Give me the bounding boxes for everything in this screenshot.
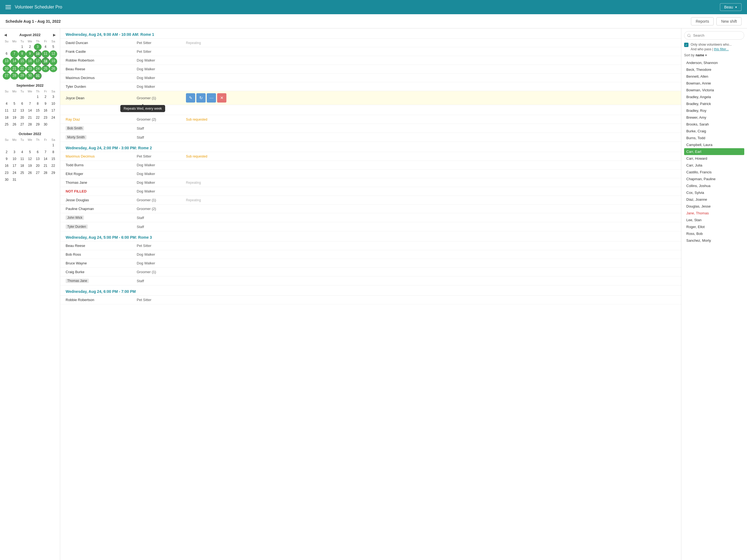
calendar-day[interactable]: 27 [18, 121, 26, 128]
volunteer-list-item[interactable]: Jane, Thomas [684, 210, 744, 217]
filter-checkbox[interactable]: ✓ [684, 43, 689, 47]
volunteer-list-item[interactable]: Bradley, Patrick [684, 100, 744, 107]
volunteer-list-item[interactable]: Diaz, Joanne [684, 196, 744, 203]
calendar-day[interactable]: 11 [18, 156, 26, 162]
table-row[interactable]: Jesse DouglasGroomer (1)Repeating [60, 196, 681, 205]
calendar-day[interactable]: 7 [42, 149, 49, 156]
table-row[interactable]: Thomas JaneStaff [60, 276, 681, 285]
table-row[interactable]: David DuncanPet SitterRepeating [60, 39, 681, 47]
volunteer-list-item[interactable]: Castillo, Francis [684, 169, 744, 176]
table-row[interactable]: Tyler DurdenStaff [60, 222, 681, 231]
volunteer-list-item[interactable]: Carr, Earl [684, 148, 744, 155]
table-row[interactable]: Craig BurkeGroomer (1) [60, 268, 681, 276]
calendar-day[interactable]: 25 [18, 170, 26, 176]
table-row[interactable]: Robbie RobertsonPet Sitter [60, 296, 681, 304]
calendar-day[interactable]: 29 [34, 121, 42, 128]
calendar-day[interactable]: 11 [42, 50, 49, 58]
calendar-day[interactable]: 14 [26, 107, 34, 114]
calendar-day[interactable]: 9 [26, 50, 34, 58]
calendar-day[interactable]: 24 [34, 65, 42, 72]
table-row[interactable]: Bruce WayneDog Walker [60, 259, 681, 268]
calendar-day[interactable]: 23 [3, 170, 10, 176]
calendar-day[interactable]: 2 [26, 44, 34, 50]
volunteer-list-item[interactable]: Brooks, Sarah [684, 121, 744, 128]
calendar-day[interactable]: 4 [18, 149, 26, 156]
volunteer-list-item[interactable]: Carr, Julia [684, 162, 744, 169]
calendar-day[interactable]: 8 [50, 149, 57, 156]
calendar-day[interactable]: 7 [26, 100, 34, 107]
table-row[interactable]: Tyler DurdenDog Walker [60, 82, 681, 91]
calendar-day[interactable]: 20 [34, 162, 42, 169]
volunteer-list-item[interactable]: Bradley, Angela [684, 94, 744, 100]
calendar-day[interactable]: 16 [3, 162, 10, 169]
table-row[interactable]: Ellot RogerDog Walker [60, 170, 681, 178]
calendar-day[interactable]: 25 [42, 65, 49, 72]
calendar-day[interactable]: 24 [10, 170, 18, 176]
volunteer-list-item[interactable]: Brewer, Amy [684, 114, 744, 121]
volunteer-list-item[interactable]: Carr, Howard [684, 155, 744, 162]
calendar-day[interactable]: 31 [10, 176, 18, 183]
calendar-day[interactable]: 21 [10, 65, 18, 72]
user-menu-button[interactable]: Beau ▼ [720, 3, 742, 11]
calendar-day[interactable]: 17 [50, 107, 57, 114]
search-input[interactable] [684, 31, 744, 40]
calendar-day[interactable]: 26 [50, 65, 57, 72]
volunteer-list-item[interactable]: Bowman, Annie [684, 80, 744, 87]
volunteer-list-item[interactable]: Beck, Theodore [684, 66, 744, 73]
volunteer-list-item[interactable]: Bradley, Roy [684, 107, 744, 114]
table-row[interactable]: Joyce DeanGroomer (1) ✎ ↻ ⋯ ✕ [60, 91, 681, 105]
cal-prev-button[interactable]: ◀ [3, 32, 8, 37]
table-row[interactable]: Beau ReesePet Sitter [60, 241, 681, 250]
table-row[interactable]: Bob SmithStaff [60, 124, 681, 133]
calendar-day[interactable]: 6 [34, 149, 42, 156]
calendar-day[interactable]: 1 [18, 44, 26, 50]
sort-field[interactable]: name [696, 53, 704, 57]
calendar-day[interactable]: 7 [10, 50, 18, 58]
calendar-day[interactable]: 29 [18, 72, 26, 80]
calendar-day[interactable]: 28 [26, 121, 34, 128]
volunteer-list-item[interactable]: Chapman, Pauline [684, 176, 744, 182]
table-row[interactable]: Todd BurnsDog Walker [60, 161, 681, 170]
calendar-day[interactable]: 9 [42, 100, 49, 107]
calendar-day[interactable]: 22 [18, 65, 26, 72]
calendar-day[interactable]: 17 [34, 58, 42, 65]
calendar-day[interactable]: 4 [3, 100, 10, 107]
table-row[interactable]: Morty SmithStaff [60, 133, 681, 142]
table-row[interactable]: Thomas JaneDog WalkerRepeating [60, 178, 681, 187]
calendar-day[interactable]: 13 [18, 107, 26, 114]
edit-button[interactable]: ✎ [186, 93, 195, 103]
table-row[interactable]: Bob RossDog Walker [60, 250, 681, 259]
calendar-day[interactable]: 18 [42, 58, 49, 65]
calendar-day[interactable]: 15 [18, 58, 26, 65]
calendar-day[interactable]: 8 [18, 50, 26, 58]
calendar-day[interactable]: 16 [42, 107, 49, 114]
table-row[interactable]: Beau ReeseDog Walker [60, 65, 681, 74]
calendar-day[interactable]: 28 [10, 72, 18, 80]
calendar-day[interactable]: 24 [50, 114, 57, 121]
calendar-day[interactable]: 18 [3, 114, 10, 121]
calendar-day[interactable]: 31 [34, 72, 42, 80]
calendar-day[interactable]: 3 [34, 44, 42, 50]
volunteer-list-item[interactable]: Bowman, Victoria [684, 87, 744, 94]
volunteer-list-item[interactable]: Collins, Joshua [684, 182, 744, 189]
calendar-day[interactable]: 2 [42, 94, 49, 100]
calendar-day[interactable]: 14 [10, 58, 18, 65]
calendar-day[interactable]: 13 [3, 58, 10, 65]
sort-caret-icon[interactable]: ▾ [705, 53, 707, 57]
calendar-day[interactable]: 13 [34, 156, 42, 162]
calendar-day[interactable]: 30 [26, 72, 34, 80]
table-row[interactable]: John WickStaff [60, 213, 681, 222]
reports-button[interactable]: Reports [691, 17, 714, 25]
table-row[interactable]: Maximus DecimusDog Walker [60, 74, 681, 82]
close-button[interactable]: ✕ [217, 93, 226, 103]
volunteer-list-item[interactable]: Douglas, Jesse [684, 203, 744, 210]
calendar-day[interactable]: 14 [42, 156, 49, 162]
table-row[interactable]: Pauline ChapmanGroomer (2) [60, 205, 681, 213]
volunteer-list-item[interactable]: Cox, Sylvia [684, 189, 744, 196]
calendar-day[interactable]: 12 [26, 156, 34, 162]
calendar-day[interactable]: 8 [34, 100, 42, 107]
calendar-day[interactable]: 17 [10, 162, 18, 169]
calendar-day[interactable]: 12 [10, 107, 18, 114]
volunteer-list-item[interactable]: Burns, Todd [684, 134, 744, 142]
this-filter-link[interactable]: this filter... [714, 47, 729, 51]
